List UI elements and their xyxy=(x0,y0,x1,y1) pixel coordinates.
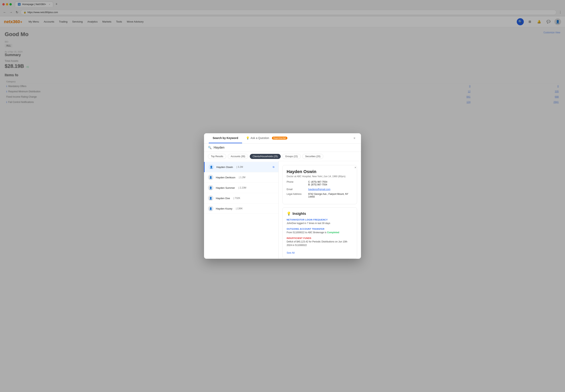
detail-close-button[interactable]: × xyxy=(355,166,356,169)
result-item-hayden-doe[interactable]: 👤 Hayden Doe | 732K xyxy=(204,193,278,203)
modal-close-button[interactable]: × xyxy=(353,135,356,141)
filter-groups[interactable]: Groups (22) xyxy=(282,154,301,159)
search-input[interactable] xyxy=(214,146,357,149)
ask-icon: 💡 xyxy=(246,136,249,140)
result-detail-panel: × Hayden Oswin Doctor at ABC Hospital, N… xyxy=(279,161,361,259)
filter-clients-households[interactable]: Clients/Households (25) xyxy=(250,154,281,159)
insight-title-funds[interactable]: INSUFFICIENT FUNDS xyxy=(287,237,353,239)
transfer-status: Completed xyxy=(327,231,339,234)
insights-icon: 💡 xyxy=(287,211,291,216)
detail-card: Hayden Oswin Doctor at ABC Hospital, New… xyxy=(282,165,357,204)
insight-title-transfer[interactable]: OUTGOING ACCOUNT TRANSFER xyxy=(287,228,353,230)
modal-header: Search by Keyword 💡 Ask a Question Exper… xyxy=(204,133,361,143)
insight-insufficient-funds: INSUFFICIENT FUNDS Deficit of $40,123.42… xyxy=(287,237,353,247)
filter-securities[interactable]: Securities (20) xyxy=(302,154,323,159)
tab-ask-question[interactable]: 💡 Ask a Question Experimental xyxy=(242,133,291,143)
tab-search-keyword[interactable]: Search by Keyword xyxy=(209,133,242,143)
filter-top-results[interactable]: Top Results xyxy=(208,154,226,159)
experimental-badge: Experimental xyxy=(272,137,287,140)
result-person-icon: 👤 xyxy=(208,206,213,211)
insights-card: 💡 Insights NETXINVESTOR LOGIN FREQUENCY … xyxy=(282,207,357,259)
result-person-icon: 👤 xyxy=(208,185,213,191)
result-name: Hayden Summer xyxy=(216,186,235,189)
insight-desc-funds: Deficit of $40,123.42 for Periodic Distr… xyxy=(287,240,353,247)
phone-label: Phone xyxy=(287,181,308,186)
modal-tabs: Search by Keyword 💡 Ask a Question Exper… xyxy=(209,133,351,143)
result-person-icon: 👤 xyxy=(208,164,214,170)
address-field: Legal Address 9742 George Ave., Fairport… xyxy=(287,193,353,198)
result-item-hayden-summer[interactable]: 👤 Hayden Summer | 2.23M xyxy=(204,183,278,193)
email-label: Email xyxy=(287,188,308,191)
insight-desc-transfer: From 511000022 to ABC Brokerage is Compl… xyxy=(287,231,353,234)
external-link-icon[interactable]: ⧉ xyxy=(273,166,274,168)
insight-account-transfer: OUTGOING ACCOUNT TRANSFER From 511000022… xyxy=(287,228,353,234)
results-list: 👤 Hayden Oswin | 3.2M ⧉ 👤 Hayden Derikso… xyxy=(204,161,279,259)
phone-field: Phone C: (875) 987-7554 B: (875) 987-755… xyxy=(287,181,353,186)
filter-tabs-row: Top Results Accounts (30) Clients/Househ… xyxy=(204,152,361,161)
detail-subtitle: Doctor at ABC Hospital, New York | Jun 1… xyxy=(287,175,353,178)
insights-header: 💡 Insights xyxy=(287,211,353,216)
address-value: 9742 George Ave., Fairport Mount, NY 144… xyxy=(308,193,353,198)
see-all-link[interactable]: See All xyxy=(287,251,295,254)
search-icon: 🔍 xyxy=(208,146,212,149)
result-item-hayden-kozey[interactable]: 👤 Hayden Kozey | 136K xyxy=(204,203,278,214)
result-item-hayden-derikson[interactable]: 👤 Hayden Derikson | 1.2M xyxy=(204,172,278,183)
app: netx360+ My Menu Accounts Trading Servic… xyxy=(0,16,565,392)
result-name: Hayden Derikson xyxy=(216,176,236,179)
email-field: Email haydeno@gmail.com xyxy=(287,188,353,191)
insight-title-login[interactable]: NETXINVESTOR LOGIN FREQUENCY xyxy=(287,219,353,221)
filter-accounts[interactable]: Accounts (30) xyxy=(228,154,248,159)
modal-body: 👤 Hayden Oswin | 3.2M ⧉ 👤 Hayden Derikso… xyxy=(204,161,361,259)
result-name: Hayden Doe xyxy=(216,197,230,200)
search-input-area: 🔍 xyxy=(204,143,361,152)
address-label: Legal Address xyxy=(287,193,308,198)
result-person-icon: 👤 xyxy=(208,175,213,180)
result-person-icon: 👤 xyxy=(208,196,213,201)
result-item-hayden-oswin[interactable]: 👤 Hayden Oswin | 3.2M ⧉ xyxy=(204,162,278,172)
insights-title: Insights xyxy=(293,212,306,216)
detail-name: Hayden Oswin xyxy=(287,169,353,174)
result-name: Hayden Oswin xyxy=(216,166,233,168)
result-name: Hayden Kozey xyxy=(216,207,233,210)
email-value[interactable]: haydeno@gmail.com xyxy=(308,188,330,191)
insight-desc-login: JohnDoe logged in 7 times in last 30 day… xyxy=(287,222,353,225)
insight-login-frequency: NETXINVESTOR LOGIN FREQUENCY JohnDoe log… xyxy=(287,219,353,225)
search-modal: Search by Keyword 💡 Ask a Question Exper… xyxy=(204,133,361,259)
phone-value: C: (875) 987-7554 B: (875) 987-7554 xyxy=(308,181,327,186)
